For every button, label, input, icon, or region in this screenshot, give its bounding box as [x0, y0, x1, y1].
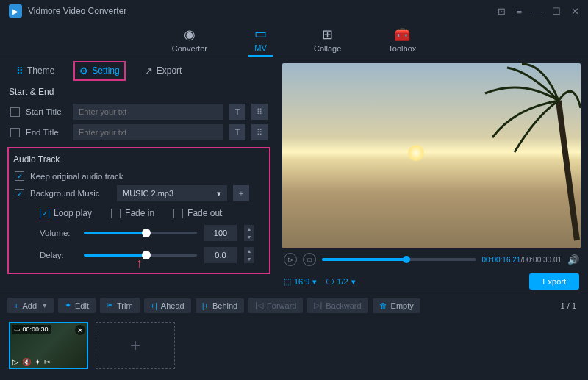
start-title-label: Start Title — [26, 107, 67, 116]
export-icon: ↗ — [145, 65, 153, 76]
nav-converter[interactable]: ◉ Converter — [166, 24, 213, 56]
preview-panel: ▷ □ 00:00:16.21/00:00:30.01 🔊 ⬚16:9▾ 🖵1/… — [278, 57, 588, 293]
stop-button[interactable]: □ — [303, 253, 316, 266]
start-title-input[interactable] — [73, 104, 223, 120]
chevron-down-icon: ▾ — [217, 189, 221, 198]
add-music-button[interactable]: + — [233, 185, 249, 201]
play-button[interactable]: ▷ — [284, 253, 297, 266]
maximize-icon[interactable]: ☐ — [552, 6, 561, 17]
tab-theme[interactable]: ⠿ Theme — [12, 62, 59, 79]
zoom-select[interactable]: 🖵1/2▾ — [326, 277, 355, 287]
fade-in-checkbox[interactable] — [111, 209, 121, 218]
start-end-heading: Start & End — [0, 84, 278, 101]
bg-music-select[interactable]: MUSIC 2.mp3 ▾ — [117, 185, 227, 201]
video-preview[interactable] — [282, 63, 581, 248]
toolbox-icon: 🧰 — [394, 26, 410, 43]
end-title-label: End Title — [26, 128, 67, 137]
clip-play-icon[interactable]: ▷ — [12, 358, 18, 366]
clip-trim-icon[interactable]: ✂ — [44, 358, 50, 366]
keep-original-checkbox[interactable] — [15, 171, 24, 181]
volume-icon[interactable]: 🔊 — [567, 254, 579, 265]
empty-button[interactable]: 🗑Empty — [373, 298, 420, 313]
forward-button[interactable]: |◁Forward — [248, 298, 303, 313]
fade-out-checkbox[interactable] — [173, 209, 183, 218]
start-text-extra-button[interactable]: ⠿ — [251, 104, 268, 120]
clip-thumbnail[interactable]: ▭ 00:00:30 ✕ ▷ 🔇 ✦ ✂ — [9, 322, 88, 369]
clip-toolbar: +Add▾ ✦Edit ✂Trim +|Ahead |+Behind |◁For… — [0, 293, 588, 318]
start-text-style-button[interactable]: T — [229, 104, 245, 120]
main-nav: ◉ Converter ▭ MV ⊞ Collage 🧰 Toolbox — [0, 22, 588, 57]
app-title: Vidmore Video Converter — [28, 6, 126, 16]
palm-decoration — [478, 63, 581, 248]
trim-button[interactable]: ✂Trim — [100, 298, 140, 313]
start-title-checkbox[interactable] — [10, 107, 20, 117]
collage-icon: ⊞ — [322, 26, 333, 43]
add-button[interactable]: +Add▾ — [7, 298, 54, 313]
page-indicator: 1 / 1 — [561, 301, 581, 310]
nav-collage[interactable]: ⊞ Collage — [308, 24, 347, 56]
tab-export[interactable]: ↗ Export — [140, 62, 187, 79]
tab-setting[interactable]: ⚙ Setting — [74, 61, 125, 81]
delay-value[interactable]: 0.0 — [204, 247, 237, 263]
mv-icon: ▭ — [254, 26, 267, 42]
close-icon[interactable]: ✕ — [571, 6, 579, 17]
aspect-icon: ⬚ — [284, 277, 291, 287]
aspect-ratio-select[interactable]: ⬚16:9▾ — [284, 277, 317, 287]
backward-button[interactable]: ▷|Backward — [307, 298, 368, 313]
titlebar: ▶ Vidmore Video Converter ⊡ ≡ — ☐ ✕ — [0, 0, 588, 22]
volume-value[interactable]: 100 — [204, 225, 237, 241]
ahead-button[interactable]: +|Ahead — [144, 298, 191, 313]
nav-mv[interactable]: ▭ MV — [248, 23, 273, 57]
end-text-style-button[interactable]: T — [229, 124, 245, 140]
seek-bar[interactable] — [322, 258, 476, 261]
loop-checkbox[interactable] — [40, 209, 49, 218]
clip-mute-icon[interactable]: 🔇 — [22, 358, 31, 366]
delay-stepper[interactable]: ▲▼ — [244, 247, 254, 263]
volume-stepper[interactable]: ▲▼ — [244, 225, 254, 241]
audio-heading: Audio Track — [10, 151, 268, 169]
clip-effect-icon[interactable]: ✦ — [35, 358, 40, 366]
app-logo: ▶ — [9, 4, 22, 18]
feedback-icon[interactable]: ⊡ — [498, 6, 506, 17]
menu-icon[interactable]: ≡ — [516, 6, 522, 17]
theme-icon: ⠿ — [16, 65, 24, 76]
clip-strip: ▭ 00:00:30 ✕ ▷ 🔇 ✦ ✂ + — [0, 318, 588, 373]
clip-duration: ▭ 00:00:30 — [12, 325, 51, 334]
annotation-arrow: ↑ — [136, 256, 143, 271]
gear-icon: ⚙ — [79, 65, 88, 76]
bg-music-checkbox[interactable] — [15, 189, 24, 198]
behind-button[interactable]: |+Behind — [196, 298, 245, 313]
converter-icon: ◉ — [184, 26, 196, 43]
end-title-checkbox[interactable] — [10, 128, 20, 137]
minimize-icon[interactable]: — — [532, 6, 542, 17]
time-display: 00:00:16.21/00:00:30.01 — [482, 256, 562, 264]
nav-toolbox[interactable]: 🧰 Toolbox — [382, 24, 422, 56]
volume-slider[interactable] — [84, 232, 197, 234]
add-clip-button[interactable]: + — [96, 322, 175, 369]
export-button[interactable]: Export — [529, 273, 579, 290]
edit-button[interactable]: ✦Edit — [58, 298, 96, 313]
end-title-input[interactable] — [73, 124, 223, 140]
clip-remove-button[interactable]: ✕ — [75, 325, 85, 335]
zoom-icon: 🖵 — [326, 277, 334, 286]
end-text-extra-button[interactable]: ⠿ — [251, 124, 268, 140]
